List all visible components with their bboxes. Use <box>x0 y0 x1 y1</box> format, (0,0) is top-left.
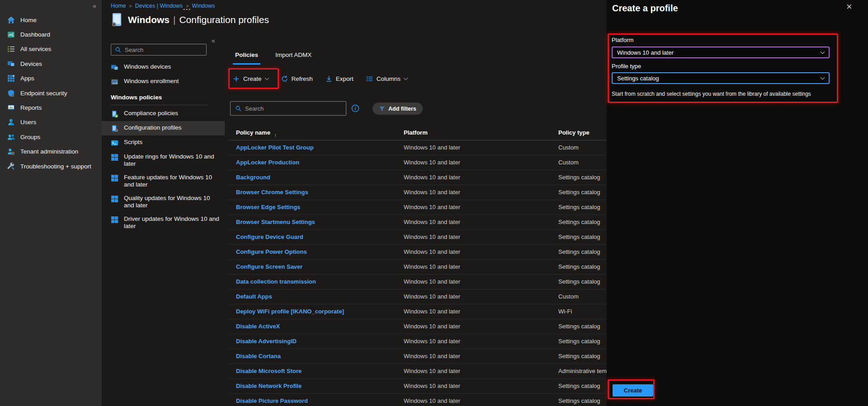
policy-name-link[interactable]: Browser Edge Settings <box>236 204 300 210</box>
sidebar2-item-scripts[interactable]: Scripts <box>102 135 228 150</box>
policy-name-link[interactable]: Disable Network Profile <box>236 383 302 389</box>
table-row: Disable Network ProfileWindows 10 and la… <box>228 379 617 394</box>
panel-create-button[interactable]: Create <box>613 384 653 397</box>
sidebar2-item-quality-updates-for-windows-10-and-later[interactable]: Quality updates for Windows 10 and later <box>102 191 228 212</box>
tab-import-admx[interactable]: Import ADMX <box>273 49 314 65</box>
table-search-input[interactable] <box>245 105 341 112</box>
secondary-sidebar-collapse-icon[interactable]: « <box>212 37 215 44</box>
chevron-down-icon <box>821 49 825 54</box>
policy-platform: Windows 10 and later <box>404 338 460 345</box>
sidebar-item-devices[interactable]: Devices <box>0 56 102 71</box>
close-icon[interactable]: × <box>846 2 852 12</box>
policy-name-link[interactable]: Browser Startmenu Settings <box>236 219 315 225</box>
policy-type: Custom <box>558 293 579 300</box>
table-row: Disable ActiveXWindows 10 and laterSetti… <box>228 319 617 334</box>
info-icon[interactable] <box>351 104 359 112</box>
table-search-box[interactable] <box>230 101 346 116</box>
policy-name-link[interactable]: Default Apps <box>236 293 272 300</box>
policy-platform: Windows 10 and later <box>404 189 460 196</box>
sidebar2-item-driver-updates-for-windows-10-and-later[interactable]: Driver updates for Windows 10 and later <box>102 212 228 233</box>
export-button-label: Export <box>336 75 354 82</box>
policy-type: Settings catalog <box>558 174 600 181</box>
sidebar2-item-feature-updates-for-windows-10-and-later[interactable]: Feature updates for Windows 10 and later <box>102 171 228 191</box>
sidebar-item-all-services[interactable]: All services <box>0 42 102 56</box>
table-row: Configure Device GuardWindows 10 and lat… <box>228 230 617 245</box>
policy-platform: Windows 10 and later <box>404 293 460 300</box>
add-filters-button[interactable]: Add filters <box>373 103 423 115</box>
sidebar-item-label: Tenant administration <box>20 148 78 155</box>
column-header-policy-type[interactable]: Policy type <box>558 129 590 136</box>
sidebar-item-troubleshooting-support[interactable]: Troubleshooting + support <box>0 159 102 173</box>
primary-sidebar-collapse-icon[interactable]: « <box>93 2 96 9</box>
chevron-down-icon <box>264 75 269 80</box>
policy-platform: Windows 10 and later <box>404 174 460 181</box>
policy-name-link[interactable]: Data collection transmission <box>236 278 316 285</box>
export-button[interactable]: Export <box>326 75 354 82</box>
sidebar-item-apps[interactable]: Apps <box>0 71 102 86</box>
policy-name-link[interactable]: Configure Screen Saver <box>236 263 302 270</box>
all-services-icon <box>7 45 15 53</box>
policy-name-link[interactable]: Disable Picture Password <box>236 397 308 404</box>
sort-ascending-icon: ↑ <box>274 132 277 139</box>
chevron-down-icon <box>821 75 825 79</box>
sidebar2-item-label: Scripts <box>124 139 221 146</box>
tab-policies[interactable]: Policies <box>233 49 260 65</box>
policy-type: Settings catalog <box>558 189 600 196</box>
policy-name-link[interactable]: Background <box>236 174 270 181</box>
sidebar-item-groups[interactable]: Groups <box>0 130 102 144</box>
sidebar-item-endpoint-security[interactable]: Endpoint security <box>0 86 102 100</box>
policy-name-link[interactable]: Disable ActiveX <box>236 323 280 330</box>
sidebar2-item-update-rings-for-windows-10-and-later[interactable]: Update rings for Windows 10 and later <box>102 150 228 171</box>
create-button[interactable]: Create <box>233 75 269 82</box>
sidebar2-item-windows-enrollment[interactable]: Windows enrollment <box>102 75 228 89</box>
create-profile-panel: Create a profile × Platform Windows 10 a… <box>607 0 868 406</box>
policy-name-link[interactable]: Configure Device Guard <box>236 233 303 240</box>
sidebar-item-label: Apps <box>20 75 34 82</box>
sidebar-item-label: Troubleshooting + support <box>20 163 91 170</box>
profile-type-dropdown-value: Settings catalog <box>617 75 821 82</box>
users-icon <box>7 118 15 126</box>
columns-list-icon <box>366 75 373 82</box>
table-row: Configure Power OptionsWindows 10 and la… <box>228 245 617 260</box>
sidebar2-item-compliance-policies[interactable]: Compliance policies <box>102 107 228 121</box>
policy-name-link[interactable]: Deploy WiFi profile [IKANO_corporate] <box>236 308 344 315</box>
plus-icon <box>233 75 240 82</box>
policy-name-link[interactable]: Disable Microsoft Store <box>236 368 302 374</box>
table-row: Browser Chrome SettingsWindows 10 and la… <box>228 185 617 200</box>
create-button-label: Create <box>243 75 262 82</box>
sidebar2-item-windows-devices[interactable]: Windows devices <box>102 60 228 75</box>
policy-type: Settings catalog <box>558 219 600 225</box>
sidebar-item-home[interactable]: Home <box>0 13 102 27</box>
policy-name-link[interactable]: Disable AdvertisingID <box>236 338 297 345</box>
sidebar-search-input[interactable] <box>125 47 203 53</box>
platform-label: Platform <box>612 37 633 43</box>
policy-type: Settings catalog <box>558 248 600 255</box>
sidebar-item-users[interactable]: Users <box>0 115 102 130</box>
columns-button[interactable]: Columns <box>366 75 407 82</box>
filter-funnel-icon <box>379 106 385 112</box>
sidebar-item-dashboard[interactable]: Dashboard <box>0 27 102 42</box>
policy-name-link[interactable]: AppLocker Pilot Test Group <box>236 144 314 151</box>
sidebar-item-label: Devices <box>20 61 42 67</box>
sidebar2-item-configuration-profiles[interactable]: Configuration profiles <box>102 121 225 135</box>
sidebar-item-label: All services <box>20 46 51 52</box>
policy-name-link[interactable]: AppLocker Production <box>236 159 299 166</box>
windows-logo-icon <box>111 154 118 161</box>
table-header: Policy name↑PlatformPolicy type <box>228 126 617 140</box>
troubleshooting-icon <box>7 163 15 170</box>
devices-icon <box>7 60 15 68</box>
column-header-platform[interactable]: Platform <box>404 129 428 136</box>
table-row: AppLocker Pilot Test GroupWindows 10 and… <box>228 140 617 155</box>
sidebar-item-tenant-administration[interactable]: Tenant administration <box>0 145 102 159</box>
platform-dropdown[interactable]: Windows 10 and later <box>612 47 830 58</box>
column-header-policy-name[interactable]: Policy name↑ <box>236 129 270 136</box>
policy-name-link[interactable]: Disable Cortana <box>236 353 281 359</box>
columns-button-label: Columns <box>377 75 401 82</box>
refresh-button[interactable]: Refresh <box>281 75 313 82</box>
sidebar-search-box[interactable] <box>111 44 207 56</box>
primary-sidebar: « HomeDashboardAll servicesDevicesAppsEn… <box>0 0 102 406</box>
policy-name-link[interactable]: Configure Power Options <box>236 248 307 255</box>
policy-name-link[interactable]: Browser Chrome Settings <box>236 189 308 196</box>
profile-type-dropdown[interactable]: Settings catalog <box>612 72 830 84</box>
sidebar-item-reports[interactable]: Reports <box>0 100 102 115</box>
